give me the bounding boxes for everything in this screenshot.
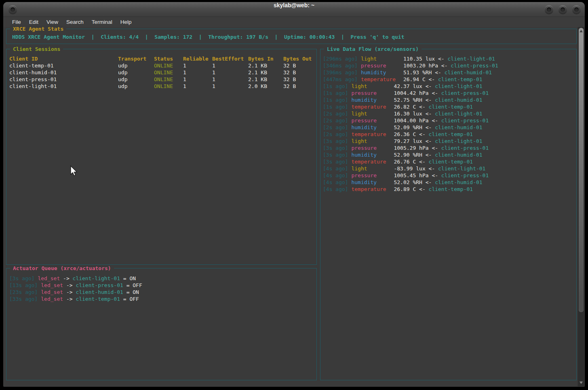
- scrollbar-thumb[interactable]: [579, 28, 584, 312]
- client-id: client-light-01: [73, 275, 120, 281]
- cell-transport: udp: [118, 76, 154, 83]
- actuator-panel-title: Actuator Queue (xrce/actuators): [10, 265, 114, 272]
- cell-reliable: 1: [183, 83, 212, 90]
- close-button[interactable]: [572, 5, 581, 14]
- cell-bytes-in: 2.1 KB: [248, 69, 283, 76]
- flow-arrow: <-: [426, 124, 432, 130]
- sensor-value: 1005.29 hPa: [394, 145, 428, 151]
- sensor-value: 42.37 lux: [394, 83, 422, 89]
- log-timestamp: [396ms ago]: [323, 69, 358, 75]
- client-id: client-temp-01: [438, 76, 483, 82]
- mouse-cursor-icon: [69, 165, 78, 177]
- actuator-state: OFF: [133, 282, 142, 288]
- actuator-log-row: [23s ago] led_set -> client-humid-01 = O…: [9, 289, 316, 296]
- client-id: client-temp-01: [429, 159, 473, 165]
- sessions-table-header: Client ID Transport Status Reliable Best…: [9, 55, 316, 62]
- menu-terminal[interactable]: Terminal: [88, 18, 116, 26]
- sensor-name: temperature: [351, 158, 394, 165]
- scrollbar[interactable]: [577, 27, 584, 386]
- menu-view[interactable]: View: [42, 18, 62, 26]
- cell-besteffort: 1: [212, 69, 248, 76]
- table-row: client-light-01udpONLINE112.0 KB32 B: [9, 83, 316, 90]
- flow-arrow: <-: [426, 152, 432, 158]
- actuator-command: led_set: [41, 296, 63, 302]
- log-timestamp: [33s ago]: [9, 296, 38, 302]
- sensor-name: light: [361, 55, 403, 62]
- flow-arrow: <-: [426, 83, 432, 89]
- flow-arrow: <-: [432, 117, 438, 124]
- log-timestamp: [1s ago]: [323, 97, 348, 103]
- scroll-down-icon[interactable]: [580, 382, 583, 384]
- sensor-value: 26.82 C: [394, 104, 416, 110]
- window-menu-icon[interactable]: [8, 5, 17, 14]
- log-timestamp: [4s ago]: [323, 186, 348, 192]
- actuator-arrow: ->: [66, 296, 73, 302]
- sensor-value: -83.99 lux: [394, 166, 425, 172]
- menu-bar: File Edit View Search Terminal Help: [3, 17, 585, 27]
- flow-arrow: <-: [441, 63, 448, 69]
- log-timestamp: [23s ago]: [9, 289, 38, 295]
- maximize-button[interactable]: [558, 5, 567, 14]
- client-id: client-humid-01: [435, 179, 482, 185]
- scroll-up-icon[interactable]: [580, 30, 583, 32]
- log-timestamp: [1s ago]: [323, 83, 348, 89]
- cell-bytes-in: 2.1 KB: [248, 62, 283, 69]
- table-row: client-humid-01udpONLINE112.1 KB32 B: [9, 69, 316, 76]
- menu-file[interactable]: File: [8, 18, 25, 26]
- log-timestamp: [4s ago]: [323, 172, 348, 178]
- cell-reliable: 1: [183, 62, 212, 69]
- sensor-log-row: [447ms ago] temperature26.94 C <- client…: [323, 76, 576, 83]
- client-id: client-temp-01: [429, 104, 473, 110]
- client-id: client-light-01: [435, 83, 482, 89]
- sensor-name: pressure: [351, 90, 394, 96]
- sensor-name: pressure: [351, 172, 394, 179]
- sensor-log: [296ms ago] light110.35 lux <- client-li…: [320, 49, 576, 193]
- terminal-window: skylab@web: ~ File Edit View Search Term…: [3, 2, 585, 387]
- sensor-log-row: [396ms ago] humidity51.93 %RH <- client-…: [323, 69, 576, 76]
- sensor-log-row: [2s ago] light16.30 lux <- client-light-…: [323, 110, 576, 117]
- flow-arrow: <-: [429, 76, 435, 82]
- client-id: client-temp-01: [76, 296, 120, 302]
- log-timestamp: [2s ago]: [323, 117, 348, 124]
- minimize-button[interactable]: [545, 5, 553, 14]
- cell-reliable: 1: [183, 76, 212, 83]
- sensor-log-row: [4s ago] light-83.99 lux <- client-light…: [323, 165, 576, 172]
- client-id: client-humid-01: [435, 152, 482, 158]
- sensor-log-row: [1s ago] temperature26.82 C <- client-te…: [323, 103, 576, 110]
- sensor-log-row: [3s ago] light79.27 lux <- client-light-…: [323, 138, 576, 145]
- table-row: client-press-01udpONLINE112.1 KB32 B: [9, 76, 316, 83]
- cell-client-id: client-temp-01: [9, 62, 118, 69]
- flow-arrow: <-: [432, 145, 438, 151]
- actuator-arrow: ->: [63, 275, 70, 281]
- flow-arrow: <-: [435, 69, 441, 75]
- sensor-value: 26.94 C: [403, 76, 426, 82]
- log-timestamp: [2s ago]: [323, 131, 348, 137]
- log-timestamp: [3s ago]: [9, 275, 35, 281]
- menu-help[interactable]: Help: [116, 18, 136, 26]
- client-id: client-press-01: [441, 117, 489, 124]
- actuator-log-row: [13s ago] led_set -> client-press-01 = O…: [9, 282, 316, 289]
- sensor-name: pressure: [361, 62, 403, 69]
- sensor-log-row: [1s ago] pressure1004.42 hPa <- client-p…: [323, 90, 576, 96]
- table-row: client-temp-01udpONLINE112.1 KB32 B: [9, 62, 316, 69]
- col-transport: Transport: [118, 55, 154, 62]
- sensor-log-row: [3s ago] humidity52.90 %RH <- client-hum…: [323, 151, 576, 158]
- titlebar[interactable]: skylab@web: ~: [3, 2, 585, 17]
- actuator-state: ON: [133, 289, 139, 295]
- cell-bytes-out: 32 B: [283, 76, 316, 83]
- sensor-log-row: [3s ago] pressure1005.29 hPa <- client-p…: [323, 145, 576, 151]
- menu-search[interactable]: Search: [62, 18, 88, 26]
- client-id: client-humid-01: [435, 124, 482, 130]
- sensor-value: 1005.45 hPa: [394, 172, 428, 178]
- sensor-value: 52.02 %RH: [394, 179, 422, 185]
- cell-bytes-in: 2.1 KB: [248, 76, 283, 83]
- sensor-value: 26.36 C: [394, 131, 416, 137]
- menu-edit[interactable]: Edit: [25, 18, 42, 26]
- log-timestamp: [1s ago]: [323, 104, 348, 110]
- sensor-log-row: [3s ago] temperature26.76 C <- client-te…: [323, 158, 576, 165]
- client-id: client-light-01: [435, 138, 482, 144]
- sensor-log-row: [1s ago] humidity52.75 %RH <- client-hum…: [323, 96, 576, 103]
- log-timestamp: [4s ago]: [323, 179, 348, 185]
- actuator-log-row: [33s ago] led_set -> client-temp-01 = OF…: [9, 296, 316, 302]
- desktop: skylab@web: ~ File Edit View Search Term…: [0, 0, 588, 390]
